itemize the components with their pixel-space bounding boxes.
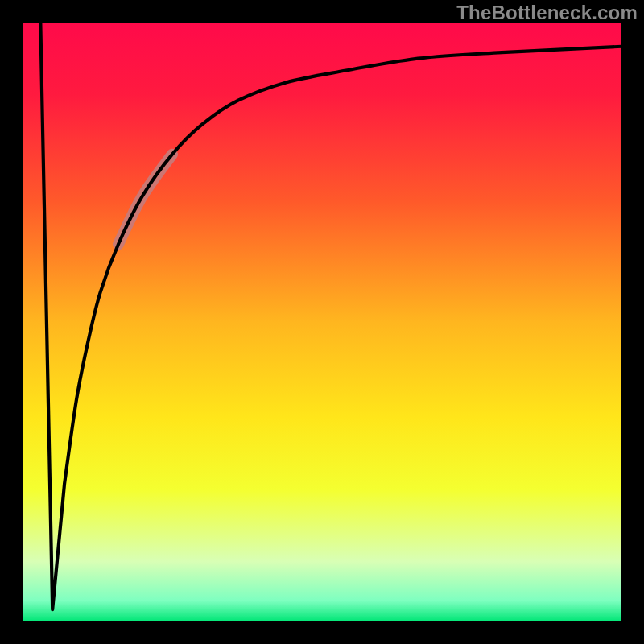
watermark-text: TheBottleneck.com — [456, 2, 638, 24]
bottleneck-chart — [0, 0, 644, 644]
chart-stage: { "watermark": "TheBottleneck.com", "col… — [0, 0, 644, 644]
gradient-background — [23, 23, 621, 621]
